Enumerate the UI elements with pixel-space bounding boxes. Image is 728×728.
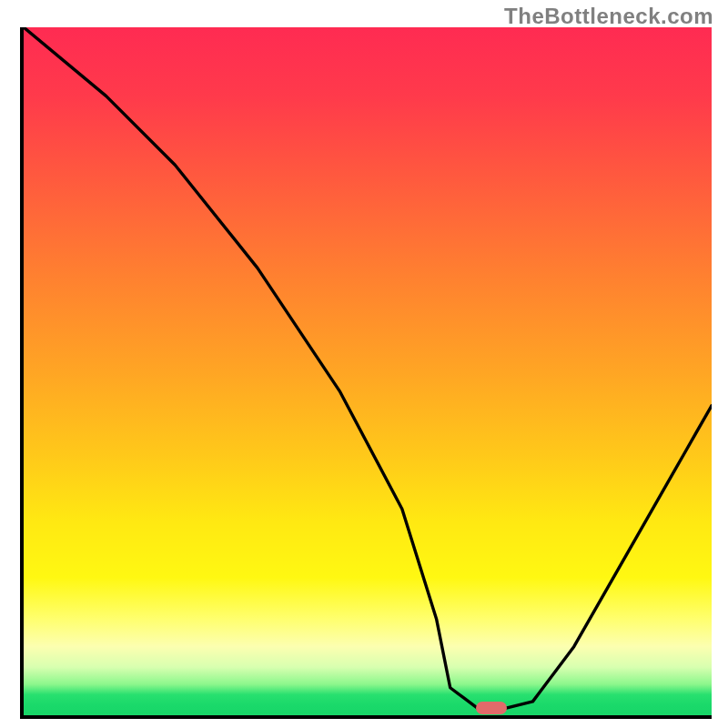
- bottleneck-curve: [24, 27, 712, 715]
- chart-container: TheBottleneck.com: [0, 0, 728, 728]
- plot-area: [20, 27, 712, 719]
- optimal-marker: [476, 702, 507, 714]
- watermark-text: TheBottleneck.com: [504, 4, 713, 29]
